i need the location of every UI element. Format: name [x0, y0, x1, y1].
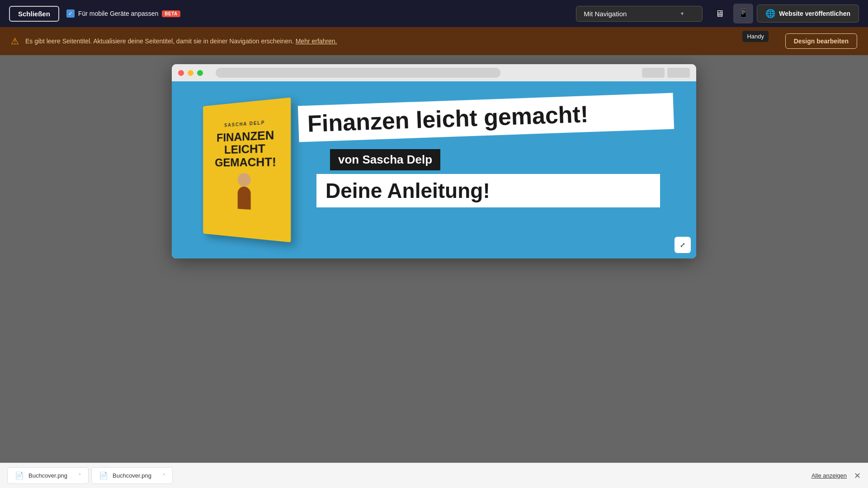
- close-button[interactable]: Schließen: [9, 6, 59, 22]
- publish-button[interactable]: 🌐 Website veröffentlichen: [757, 5, 859, 23]
- show-all-button[interactable]: Alle anzeigen: [811, 472, 847, 479]
- browser-dot-yellow: [188, 70, 193, 76]
- figure-body: [238, 187, 251, 210]
- book-cover-title: FINANZEN LEICHT GEMACHT!: [215, 128, 276, 169]
- publish-label: Website veröffentlichen: [779, 10, 850, 17]
- book-title-line1: FINANZEN: [217, 128, 274, 144]
- file-icon-2: 📄: [99, 471, 108, 480]
- subtitle-banner-text: Deine Anleitung!: [326, 179, 490, 202]
- browser-window: SASCHA DELP FINANZEN LEICHT GEMACHT! Fin…: [172, 64, 696, 258]
- text-overlays: Finanzen leicht gemacht! von Sascha Delp…: [307, 90, 669, 249]
- toolbar: Schließen ✓ Für mobile Geräte anpassen B…: [0, 0, 868, 27]
- browser-urlbar: [216, 68, 500, 78]
- author-banner-text: von Sascha Delp: [338, 153, 432, 166]
- chevron-down-icon: ▾: [681, 10, 684, 17]
- book-title-line2: LEICHT: [224, 141, 265, 156]
- downloads-bar: 📄 Buchcover.png ˄ 📄 Buchcover.png ˄ Alle…: [0, 463, 868, 488]
- design-edit-button[interactable]: Design bearbeiten: [785, 33, 857, 49]
- download-filename-2: Buchcover.png: [113, 472, 158, 479]
- download-item-2[interactable]: 📄 Buchcover.png ˄: [91, 467, 173, 484]
- download-item-1[interactable]: 📄 Buchcover.png ˄: [7, 467, 89, 484]
- check-icon: ✓: [68, 10, 73, 17]
- file-icon-1: 📄: [15, 471, 24, 480]
- desktop-view-button[interactable]: 🖥: [710, 4, 730, 23]
- close-downloads-button[interactable]: ✕: [854, 471, 861, 481]
- nav-dropdown[interactable]: Mit Navigation ▾: [576, 6, 703, 22]
- browser-buttons: [642, 68, 690, 78]
- mobile-icon: 📱: [738, 8, 749, 19]
- figure-head: [238, 173, 251, 187]
- title-banner-text: Finanzen leicht gemacht!: [307, 101, 589, 137]
- book-title-line3: GEMACHT!: [215, 155, 276, 169]
- warning-text: Es gibt leere Seitentitel. Aktualisiere …: [25, 38, 779, 45]
- warning-message: Es gibt leere Seitentitel. Aktualisiere …: [25, 38, 294, 45]
- book-cover-author: SASCHA DELP: [224, 120, 265, 127]
- download-chevron-1: ˄: [79, 473, 81, 478]
- warning-banner: ⚠ Es gibt leere Seitentitel. Aktualisier…: [0, 27, 868, 55]
- expand-button[interactable]: ⤢: [675, 237, 691, 253]
- mobile-checkbox[interactable]: ✓: [66, 9, 75, 18]
- browser-btn-2: [667, 68, 690, 78]
- warning-icon: ⚠: [11, 36, 19, 47]
- download-chevron-2: ˄: [163, 473, 165, 478]
- subtitle-banner: Deine Anleitung!: [316, 174, 660, 207]
- book-cover: SASCHA DELP FINANZEN LEICHT GEMACHT!: [203, 98, 291, 243]
- close-icon: ✕: [854, 471, 861, 480]
- expand-icon: ⤢: [680, 241, 685, 249]
- download-filename-1: Buchcover.png: [28, 472, 74, 479]
- mobile-view-button[interactable]: 📱: [733, 4, 753, 23]
- mobile-toggle-label: Für mobile Geräte anpassen: [78, 10, 158, 17]
- author-banner: von Sascha Delp: [330, 149, 440, 170]
- browser-dot-red: [178, 70, 184, 76]
- mobile-toggle[interactable]: ✓ Für mobile Geräte anpassen BETA: [66, 9, 180, 18]
- main-area: SASCHA DELP FINANZEN LEICHT GEMACHT! Fin…: [0, 55, 868, 467]
- title-banner: Finanzen leicht gemacht!: [298, 93, 674, 142]
- tooltip-handy: Handy: [742, 31, 769, 42]
- warning-link[interactable]: Mehr erfahren.: [296, 38, 337, 45]
- globe-icon: 🌐: [765, 9, 775, 19]
- desktop-icon: 🖥: [715, 9, 724, 19]
- website-content: SASCHA DELP FINANZEN LEICHT GEMACHT! Fin…: [172, 81, 696, 258]
- browser-btn-1: [642, 68, 665, 78]
- book-figure: [227, 173, 262, 220]
- toolbar-right: 🖥 📱 🌐 Website veröffentlichen: [710, 4, 859, 23]
- browser-dot-green: [197, 70, 203, 76]
- nav-dropdown-value: Mit Navigation: [584, 10, 627, 18]
- browser-titlebar: [172, 64, 696, 81]
- beta-badge: BETA: [162, 10, 180, 17]
